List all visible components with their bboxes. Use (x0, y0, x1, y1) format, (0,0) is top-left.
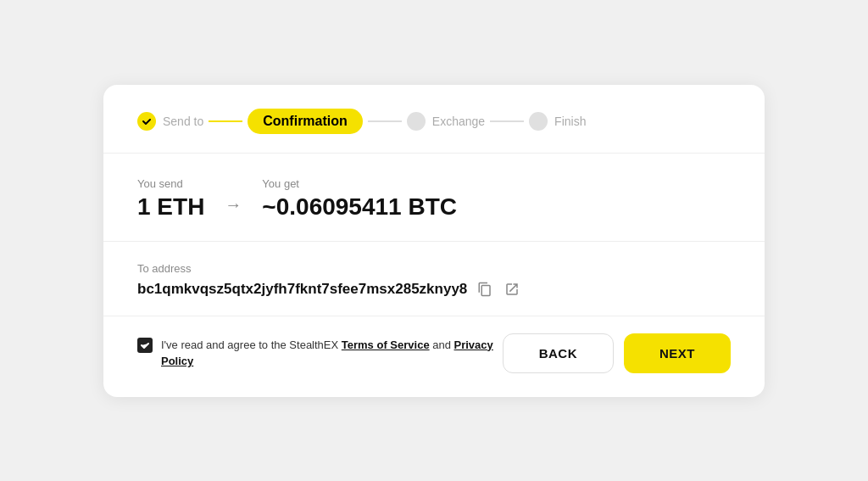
arrow-icon: → (225, 195, 242, 215)
get-col: You get ~0.06095411 BTC (262, 177, 457, 221)
next-button[interactable]: NEXT (624, 333, 731, 373)
step-confirmation-label: Confirmation (248, 109, 363, 134)
step-exchange-circle (407, 112, 426, 131)
step-exchange-label: Exchange (432, 115, 485, 128)
open-address-button[interactable] (503, 280, 521, 299)
back-button[interactable]: BACK (503, 333, 614, 373)
step-connector-2 (368, 120, 402, 122)
address-row: bc1qmkvqsz5qtx2jyfh7fknt7sfee7msx285zkny… (137, 280, 731, 299)
terms-of-service-link[interactable]: Terms of Service (342, 338, 430, 351)
step-send-to: Send to (137, 112, 203, 131)
step-connector-1 (209, 120, 242, 122)
get-label: You get (262, 177, 457, 190)
terms-row: I've read and agree to the StealthEX Ter… (137, 337, 503, 370)
address-label: To address (137, 262, 731, 275)
send-label: You send (137, 177, 204, 190)
card-footer: I've read and agree to the StealthEX Ter… (103, 316, 765, 397)
step-finish-circle (529, 112, 548, 131)
terms-text: I've read and agree to the StealthEX Ter… (161, 337, 503, 370)
step-send-to-circle (137, 112, 156, 131)
copy-address-button[interactable] (476, 280, 494, 299)
step-connector-3 (490, 120, 524, 122)
send-value: 1 ETH (137, 193, 204, 221)
step-finish-label: Finish (554, 115, 586, 128)
send-col: You send 1 ETH (137, 177, 204, 221)
step-exchange: Exchange (407, 112, 485, 131)
address-value: bc1qmkvqsz5qtx2jyfh7fknt7sfee7msx285zkny… (137, 281, 467, 298)
step-finish: Finish (529, 112, 586, 131)
terms-checkbox[interactable] (137, 338, 153, 353)
buttons-row: BACK NEXT (503, 333, 731, 373)
exchange-section: You send 1 ETH → You get ~0.06095411 BTC (103, 154, 765, 242)
main-card: Send to Confirmation Exchange Finish You… (103, 85, 765, 397)
step-confirmation: Confirmation (248, 109, 363, 134)
step-send-to-label: Send to (163, 115, 203, 128)
address-section: To address bc1qmkvqsz5qtx2jyfh7fknt7sfee… (103, 242, 765, 316)
get-value: ~0.06095411 BTC (262, 193, 457, 221)
stepper: Send to Confirmation Exchange Finish (103, 85, 765, 154)
